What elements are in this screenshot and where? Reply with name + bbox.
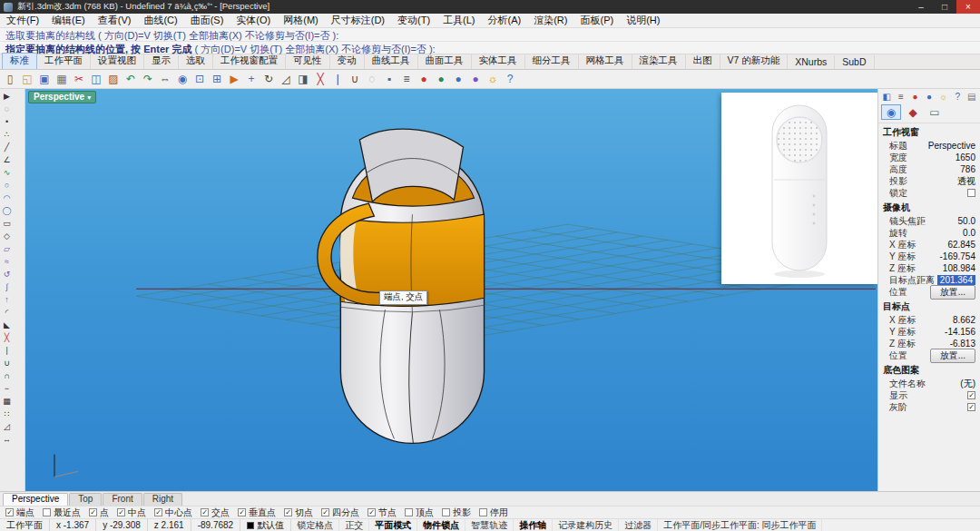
property-row[interactable]: 位置 放置... — [878, 286, 980, 298]
maximize-button[interactable]: □ — [933, 0, 956, 14]
toolbar-tab[interactable]: 曲线工具 — [365, 54, 418, 69]
status-toggle[interactable]: 工作平面/同步工作平面: 同步工作平面 — [658, 519, 822, 531]
property-row[interactable]: 位置 放置... — [878, 349, 980, 361]
toolbar-tab[interactable]: 工作视窗配置 — [213, 54, 286, 69]
osnap-checkbox[interactable] — [154, 508, 162, 516]
property-row[interactable]: X 座标 8.662 — [878, 314, 980, 326]
render-sphere-blue-icon[interactable]: ● — [450, 71, 466, 87]
osnap-checkbox[interactable] — [201, 508, 209, 516]
mesh-tools-icon[interactable]: ▦ — [1, 396, 13, 408]
join-curve-icon[interactable]: ∪ — [1, 358, 13, 369]
move-icon[interactable]: + — [243, 71, 260, 87]
status-toggle[interactable]: 过滤器 — [619, 519, 658, 531]
osnap-toggle[interactable]: 中点 — [117, 506, 146, 519]
toolbar-tab[interactable]: 显示 — [144, 54, 179, 69]
scale-icon[interactable]: ◿ — [278, 71, 294, 87]
toolbar-tab[interactable]: 实体工具 — [472, 54, 525, 69]
boolean-difference-icon[interactable]: − — [1, 383, 13, 395]
split-curve-icon[interactable]: ∣ — [1, 345, 13, 357]
toolbar-tab[interactable]: 设置视图 — [91, 54, 144, 69]
status-toggle[interactable]: 锁定格点 — [291, 519, 339, 531]
layer-indicator[interactable]: 默认值 — [240, 519, 291, 531]
property-row[interactable]: 显示 — [878, 389, 980, 401]
layer-tools-icon[interactable]: ≡ — [398, 71, 415, 87]
osnap-toggle[interactable]: 中心点 — [154, 506, 192, 519]
render-icon[interactable]: ☼ — [485, 71, 501, 87]
menu-item[interactable]: 变动(T) — [391, 14, 436, 27]
menu-item[interactable]: 渲染(R) — [527, 14, 573, 27]
status-toggle[interactable]: 平面模式 — [369, 519, 417, 531]
polyline-icon[interactable]: ∠ — [1, 154, 13, 166]
menu-item[interactable]: 面板(P) — [573, 14, 620, 27]
pan-view-icon[interactable]: ⇔ — [157, 71, 173, 87]
points-grid-icon[interactable]: ∴ — [1, 129, 13, 141]
line-icon[interactable]: ╱ — [1, 142, 13, 153]
rotate-icon[interactable]: ↻ — [260, 71, 277, 87]
menu-item[interactable]: 编辑(E) — [45, 14, 92, 27]
osnap-toggle[interactable]: 端点 — [5, 506, 34, 519]
reference-image-panel[interactable] — [721, 93, 877, 284]
menu-item[interactable]: 文件(F) — [0, 14, 45, 27]
zoom-dynamic-icon[interactable]: ◉ — [174, 71, 191, 87]
status-toggle[interactable]: 正交 — [339, 519, 369, 531]
model-lint-remover[interactable] — [318, 129, 485, 443]
status-toggle[interactable]: 物件锁点 — [417, 519, 466, 531]
split-icon[interactable]: ∣ — [329, 71, 346, 87]
property-row[interactable]: 高度 786 — [878, 163, 980, 175]
ellipse-icon[interactable]: ◯ — [1, 205, 13, 217]
property-row[interactable]: Y 座标 -14.156 — [878, 326, 980, 338]
property-row[interactable]: 文件名称 (无) — [878, 378, 980, 389]
menu-item[interactable]: 网格(M) — [277, 14, 325, 27]
section-header-target[interactable]: 目标点 — [878, 298, 980, 314]
osnap-checkbox[interactable] — [89, 508, 97, 516]
undo-icon[interactable]: ↶ — [122, 71, 139, 87]
surface-icon[interactable]: ▱ — [1, 243, 13, 255]
osnap-checkbox[interactable] — [405, 508, 413, 516]
property-row[interactable]: X 座标 62.845 — [878, 239, 980, 251]
property-row[interactable]: Y 座标 -169.754 — [878, 251, 980, 262]
osnap-checkbox[interactable] — [442, 508, 450, 516]
join-icon[interactable]: ∪ — [347, 71, 363, 87]
render-sphere-red-icon[interactable]: ● — [416, 71, 432, 87]
section-header-camera[interactable]: 摄像机 — [878, 199, 980, 215]
menu-item[interactable]: 尺寸标注(D) — [325, 14, 391, 27]
point-icon[interactable]: • — [1, 116, 13, 128]
osnap-toggle[interactable]: 点 — [89, 506, 109, 519]
property-row[interactable]: 投影 透视 — [878, 175, 980, 187]
notes-panel-icon[interactable]: ▤ — [965, 91, 977, 103]
save-file-icon[interactable]: ▣ — [36, 71, 53, 87]
circle-icon[interactable]: ○ — [1, 180, 13, 192]
extrude-icon[interactable]: ↑ — [1, 294, 13, 306]
print-icon[interactable]: ▦ — [54, 71, 70, 87]
toolbar-tab[interactable]: XNurbs — [788, 55, 835, 69]
loft-icon[interactable]: ≈ — [1, 256, 13, 268]
osnap-checkbox[interactable] — [117, 508, 125, 516]
render-sphere-purple-icon[interactable]: ● — [467, 71, 484, 87]
viewport-tab[interactable]: Top — [69, 493, 102, 506]
boolean-union-icon[interactable]: ∩ — [1, 370, 13, 382]
menu-item[interactable]: 工具(L) — [436, 14, 481, 27]
redo-icon[interactable]: ↷ — [140, 71, 156, 87]
status-toggle[interactable]: 操作轴 — [514, 519, 553, 531]
toolbar-tab[interactable]: 网格工具 — [579, 54, 632, 69]
toolbar-tab[interactable]: 曲面工具 — [418, 54, 472, 69]
checkbox[interactable] — [967, 403, 975, 411]
property-row[interactable]: Z 座标 108.984 — [878, 262, 980, 274]
viewport-title[interactable]: Perspective▾ — [28, 91, 96, 103]
status-toggle[interactable]: 记录建构历史 — [553, 519, 619, 531]
viewport-tab[interactable]: Perspective — [3, 493, 68, 506]
lock-objects-icon[interactable]: ▪ — [381, 71, 397, 87]
rendering-panel-icon[interactable]: ● — [909, 91, 921, 103]
menu-item[interactable]: 分析(A) — [482, 14, 528, 27]
osnap-toggle[interactable]: 节点 — [368, 506, 397, 519]
chamfer-icon[interactable]: ◣ — [1, 320, 13, 331]
menu-item[interactable]: 说明(H) — [620, 14, 666, 27]
help-icon[interactable]: ? — [502, 71, 518, 87]
viewport-tab[interactable]: Front — [103, 493, 142, 506]
camera-icon[interactable]: ◉ — [881, 104, 901, 120]
property-row[interactable]: 旋转 0.0 — [878, 227, 980, 239]
status-toggle[interactable]: 智慧轨迹 — [466, 519, 514, 531]
section-header-wallpaper[interactable]: 底色图案 — [878, 361, 980, 378]
osnap-toggle[interactable]: 最近点 — [43, 506, 81, 519]
hide-objects-icon[interactable]: ◌ — [364, 71, 380, 87]
